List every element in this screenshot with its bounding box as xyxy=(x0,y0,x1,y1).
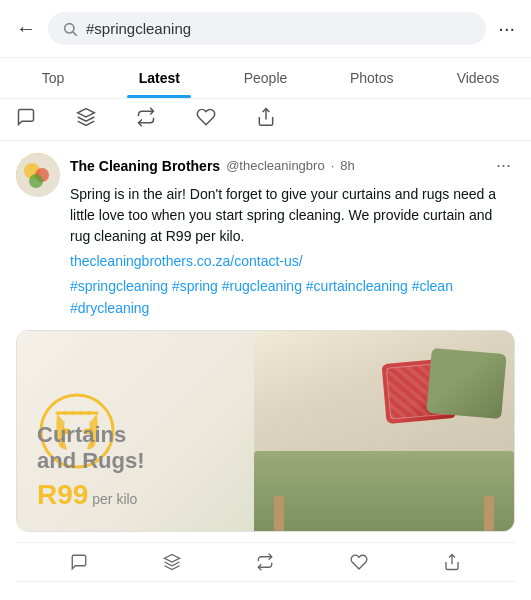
card-price: R99 per kilo xyxy=(37,479,145,511)
tweet-card[interactable]: Curtains and Rugs! R99 per kilo xyxy=(16,330,515,532)
tab-photos[interactable]: Photos xyxy=(319,58,425,98)
retweet-filter-icon[interactable] xyxy=(136,107,156,132)
svg-point-14 xyxy=(79,411,83,415)
card-image: Curtains and Rugs! R99 per kilo xyxy=(17,331,514,531)
back-button[interactable]: ← xyxy=(16,17,36,40)
sofa-leg-right xyxy=(484,496,494,531)
tweet-author: The Cleaning Brothers @thecleaningbro · … xyxy=(70,158,355,174)
tab-latest[interactable]: Latest xyxy=(106,58,212,98)
author-name: The Cleaning Brothers xyxy=(70,158,220,174)
tweet-body: Spring is in the air! Don't forget to gi… xyxy=(70,184,515,320)
retweet-button[interactable] xyxy=(256,553,274,571)
tab-top[interactable]: Top xyxy=(0,58,106,98)
card-title: Curtains and Rugs! xyxy=(37,422,145,475)
tab-people[interactable]: People xyxy=(212,58,318,98)
cushion-green xyxy=(426,348,506,419)
svg-point-13 xyxy=(71,411,75,415)
filter-icons-row xyxy=(0,99,531,141)
tweet-actions xyxy=(16,542,515,582)
sofa-leg-left xyxy=(274,496,284,531)
share-button[interactable] xyxy=(443,553,461,571)
sofa-scene xyxy=(254,331,514,531)
svg-marker-2 xyxy=(78,109,95,117)
like-filter-icon[interactable] xyxy=(196,107,216,132)
layers-filter-icon[interactable] xyxy=(76,107,96,132)
share-filter-icon[interactable] xyxy=(256,107,276,132)
tweet-header: The Cleaning Brothers @thecleaningbro · … xyxy=(16,153,515,320)
svg-point-15 xyxy=(87,411,91,415)
header: ← #springcleaning ··· xyxy=(0,0,531,58)
more-options-button[interactable]: ··· xyxy=(498,17,515,40)
tweet-more-button[interactable]: ··· xyxy=(492,153,515,178)
comment-filter-icon[interactable] xyxy=(16,107,36,132)
svg-point-12 xyxy=(63,411,67,415)
author-handle: @thecleaningbro xyxy=(226,158,324,173)
tweet-time: 8h xyxy=(340,158,354,173)
search-bar[interactable]: #springcleaning xyxy=(48,12,486,45)
reply-button[interactable] xyxy=(70,553,88,571)
layers-button[interactable] xyxy=(163,553,181,571)
tabs-bar: Top Latest People Photos Videos xyxy=(0,58,531,99)
tweet-link[interactable]: thecleaningbrothers.co.za/contact-us/ xyxy=(70,253,515,269)
tweet-meta: The Cleaning Brothers @thecleaningbro · … xyxy=(70,153,515,320)
tweet-author-line: The Cleaning Brothers @thecleaningbro · … xyxy=(70,153,515,178)
sofa-back xyxy=(254,451,514,531)
price-number: R99 xyxy=(37,479,88,510)
price-suffix: per kilo xyxy=(88,491,137,507)
dot-separator: · xyxy=(331,158,335,173)
tweet-text: Spring is in the air! Don't forget to gi… xyxy=(70,184,515,247)
svg-marker-16 xyxy=(165,554,180,562)
search-query: #springcleaning xyxy=(86,20,191,37)
svg-point-0 xyxy=(65,23,74,32)
tweet-container: The Cleaning Brothers @thecleaningbro · … xyxy=(0,141,531,594)
svg-point-7 xyxy=(29,174,43,188)
like-button[interactable] xyxy=(350,553,368,571)
card-text-overlay: Curtains and Rugs! R99 per kilo xyxy=(37,422,145,511)
tweet-hashtags: #springcleaning #spring #rugcleaning #cu… xyxy=(70,275,515,320)
tab-videos[interactable]: Videos xyxy=(425,58,531,98)
svg-line-1 xyxy=(73,32,77,36)
avatar xyxy=(16,153,60,197)
search-icon xyxy=(62,21,78,37)
